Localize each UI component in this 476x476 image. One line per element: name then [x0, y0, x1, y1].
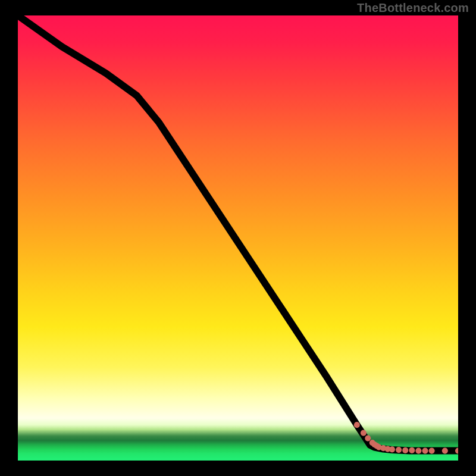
data-marker [361, 430, 367, 436]
data-marker [365, 436, 371, 441]
data-marker [389, 446, 395, 452]
data-marker [396, 447, 402, 453]
data-marker [429, 447, 435, 453]
data-marker [415, 447, 421, 453]
data-marker [354, 422, 360, 428]
data-marker [422, 447, 428, 453]
data-marker [442, 447, 448, 453]
chart-frame: TheBottleneck.com [0, 0, 476, 476]
watermark-text: TheBottleneck.com [357, 1, 469, 15]
data-marker [409, 447, 415, 453]
marker-group [354, 422, 458, 454]
plot-area [18, 15, 458, 461]
data-marker [402, 447, 408, 453]
chart-svg [18, 15, 458, 461]
curve-line [18, 15, 458, 451]
